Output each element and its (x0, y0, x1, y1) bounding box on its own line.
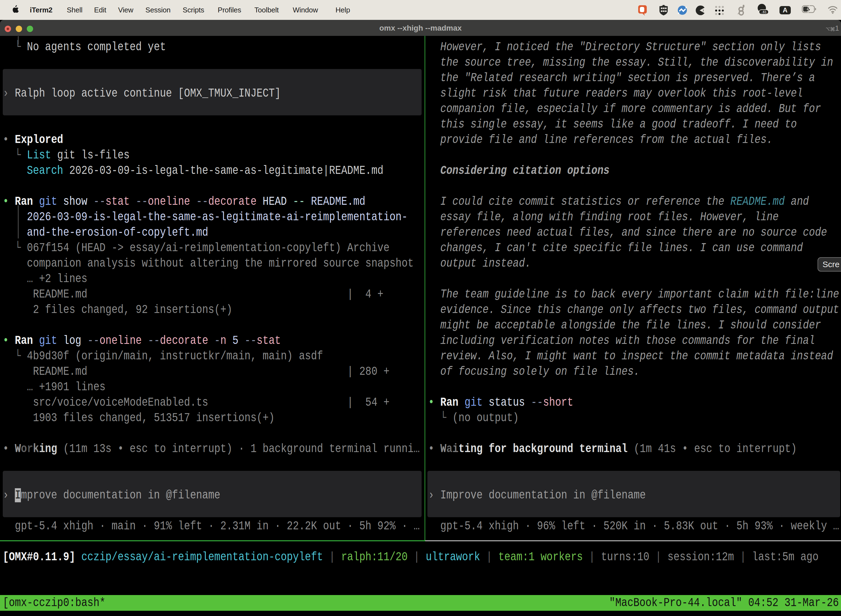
svg-text:..61: ..61 (761, 10, 767, 14)
